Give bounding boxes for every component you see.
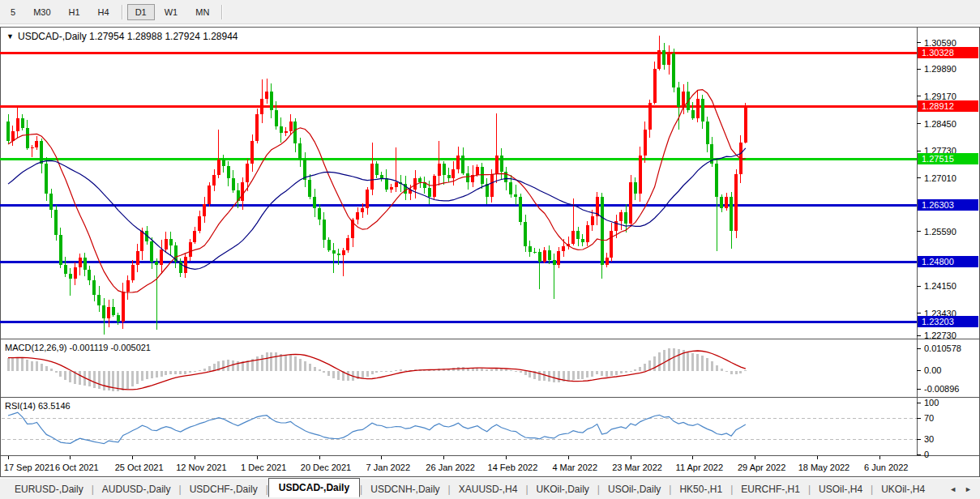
macd-label: MACD(12,26,9) -0.001119 -0.005021 (5, 343, 151, 352)
date-label: 18 May 2022 (798, 463, 850, 472)
chart-tab-hk50-h1[interactable]: HK50-,H1 (671, 480, 730, 498)
chart-title: USDCAD-,Daily 1.27954 1.28988 1.27924 1.… (18, 31, 238, 42)
macd-axis-label: 0.010578 (924, 343, 961, 353)
tab-scroll-right-icon[interactable]: ► (965, 485, 972, 493)
date-label: 6 Oct 2021 (55, 463, 99, 472)
price-axis-label: 1.25590 (924, 227, 956, 237)
date-label: 20 Dec 2021 (301, 463, 351, 472)
date-label: 14 Feb 2022 (488, 463, 538, 472)
timeframe-button-h4[interactable]: H4 (90, 4, 118, 20)
price-axis-label: 1.29890 (924, 64, 956, 74)
timeframe-toolbar: 5M30H1H4D1W1MN (0, 0, 980, 24)
price-tag-label: 1.24800 (922, 257, 954, 267)
price-tag-label: 1.30328 (922, 48, 954, 58)
tab-scroll-left-icon[interactable]: ◄ (949, 485, 956, 493)
chart-tab-eurusd-daily[interactable]: EURUSD-,Daily (6, 480, 92, 498)
price-axis-label: 1.22730 (924, 331, 956, 340)
timeframe-button-5[interactable]: 5 (2, 4, 24, 20)
price-axis-label: 1.29170 (924, 92, 956, 101)
chart-tab-bar: EURUSD-,Daily|AUDUSD-,Daily|USDCHF-,Dail… (0, 478, 980, 499)
date-label: 26 Jan 2022 (426, 463, 475, 472)
chart-tab-eurchf-h1[interactable]: EURCHF-,H1 (733, 480, 808, 498)
timeframe-button-d1[interactable]: D1 (127, 4, 155, 20)
date-label: 4 Mar 2022 (552, 463, 597, 472)
macd-axis-label: 0.00 (924, 365, 941, 375)
timeframe-button-m30[interactable]: M30 (25, 4, 58, 20)
tab-scroll-controls: ◄► (949, 485, 980, 493)
rsi-axis-label: 0 (924, 450, 929, 459)
toolbar-separator (122, 5, 123, 19)
price-tag-label: 1.28912 (922, 101, 954, 111)
macd-axis-label: -0.00896 (924, 384, 959, 394)
price-axis-label: 1.27010 (924, 173, 956, 183)
chart-tab-usdchf-daily[interactable]: USDCHF-,Daily (182, 480, 266, 498)
chart-tab-ukoil-h4[interactable]: UKOil-,H4 (873, 480, 933, 498)
rsi-label: RSI(14) 63.5146 (5, 401, 71, 411)
rsi-axis-label: 30 (924, 434, 934, 444)
price-tag-label: 1.27515 (922, 154, 954, 164)
chart-tab-audusd-daily[interactable]: AUDUSD-,Daily (94, 480, 179, 498)
date-label: 23 Mar 2022 (612, 463, 662, 472)
price-axis-label: 1.28450 (924, 119, 956, 129)
date-label: 1 Dec 2021 (241, 463, 286, 472)
chart-tab-xauusd-h4[interactable]: XAUUSD-,H4 (451, 480, 526, 498)
date-label: 7 Jan 2022 (366, 463, 410, 472)
price-axis-label: 1.30590 (924, 38, 956, 48)
date-label: 12 Nov 2021 (176, 463, 226, 472)
chart-tab-usoil-daily[interactable]: USOil-,Daily (600, 480, 669, 498)
rsi-axis-label: 100 (924, 398, 939, 407)
date-label: 6 Jun 2022 (864, 463, 908, 472)
symbol-dropdown-icon[interactable]: ▼ (6, 32, 14, 41)
date-label: 29 Apr 2022 (738, 463, 785, 472)
timeframe-button-h1[interactable]: H1 (61, 4, 88, 20)
rsi-axis-label: 70 (924, 413, 934, 423)
price-axis-label: 1.24150 (924, 281, 956, 291)
date-label: 11 Apr 2022 (676, 463, 724, 472)
chart-tab-usdcnh-daily[interactable]: USDCNH-,Daily (362, 480, 447, 498)
chart-area[interactable]: 1.305901.298901.291701.284501.277301.270… (0, 24, 980, 478)
price-tag-label: 1.23203 (922, 317, 954, 326)
date-label: 25 Oct 2021 (115, 463, 164, 472)
chart-tab-usdcad-daily[interactable]: USDCAD-,Daily (268, 478, 360, 497)
timeframe-button-mn[interactable]: MN (187, 4, 217, 20)
price-tag-label: 1.26303 (922, 200, 954, 210)
toolbar-separator (221, 5, 223, 19)
chart-tab-usoil-h4[interactable]: USOil-,H4 (811, 480, 871, 498)
date-label: 17 Sep 2021 (4, 463, 54, 472)
chart-tab-ukoil-daily[interactable]: UKOil-,Daily (529, 480, 597, 498)
timeframe-button-w1[interactable]: W1 (156, 4, 186, 20)
